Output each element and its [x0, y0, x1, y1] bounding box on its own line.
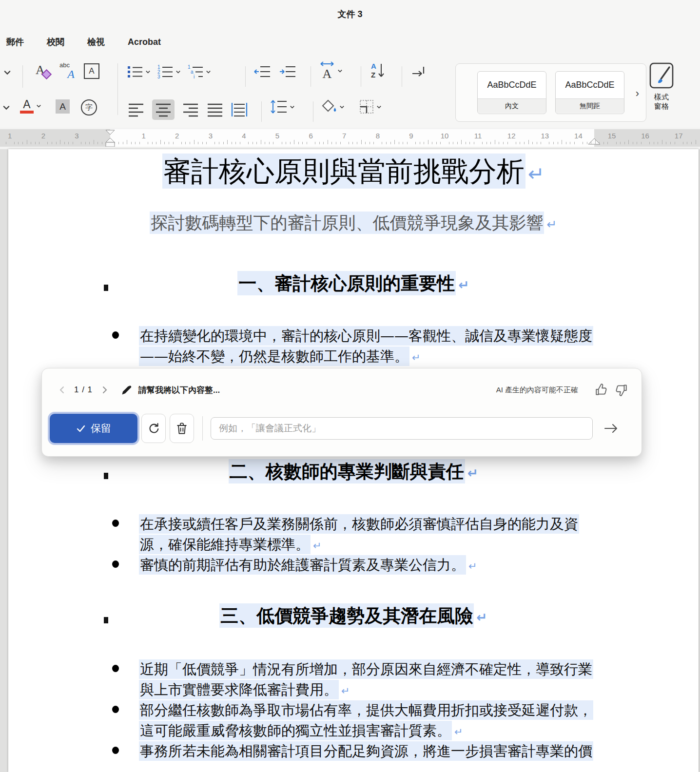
send-arrow-icon[interactable] — [603, 423, 619, 434]
ruler-number: 5 — [275, 132, 279, 140]
font-group-overflow[interactable] — [3, 68, 12, 77]
bullet-marker — [112, 665, 119, 672]
clear-formatting-icon: A — [35, 63, 51, 79]
character-scaling-icon: A — [319, 61, 335, 80]
justify-button[interactable] — [207, 102, 223, 117]
character-scaling-button[interactable]: A — [319, 61, 343, 80]
bullet-list-button[interactable] — [127, 64, 151, 79]
thumbs-up-icon[interactable] — [595, 383, 608, 397]
chevron-down-icon — [337, 68, 343, 74]
svg-text:A: A — [371, 62, 376, 70]
align-center-button[interactable] — [152, 99, 175, 120]
copilot-header: 1 / 1 請幫我將以下內容整... AI 產生的內容可能不正確 — [58, 380, 628, 400]
ruler-number: 4 — [242, 132, 246, 140]
right-indent-marker[interactable] — [588, 138, 601, 147]
section-heading-3[interactable]: 三、低價競爭趨勢及其潛在風險↵ — [8, 604, 699, 629]
title-bar: 文件 3 — [0, 0, 700, 27]
ruler-number: 10 — [441, 132, 449, 140]
body-paragraph[interactable]: 近期「低價競爭」情況有所增加，部分原因來自經濟不確定性，導致行業與上市實體要求降… — [139, 659, 600, 701]
section-heading-2[interactable]: 二、核數師的專業判斷與責任↵ — [8, 460, 699, 484]
paragraph-mark: ↵ — [313, 540, 322, 552]
style-sample: AaBbCcDdE — [556, 72, 624, 98]
styles-pane-brush-icon — [648, 61, 675, 91]
ruler-number: 3 — [75, 132, 78, 140]
borders-button[interactable] — [359, 99, 382, 114]
body-paragraph[interactable]: 事務所若未能為相關審計項目分配足夠資源，將進一步損害審計專業的價 — [139, 741, 600, 761]
tab-acrobat[interactable]: Acrobat — [128, 37, 161, 47]
phonetic-guide-button[interactable]: abcA — [59, 62, 75, 80]
copilot-prompt-input[interactable] — [211, 417, 593, 440]
check-icon — [76, 424, 86, 433]
chevron-down-icon — [205, 69, 212, 75]
tab-view[interactable]: 檢視 — [87, 36, 105, 48]
shading-button[interactable] — [322, 99, 345, 114]
numbered-list-button[interactable]: 123 — [157, 64, 181, 79]
styles-pane-button[interactable]: 樣式窗格 — [644, 61, 679, 111]
enclose-characters-icon: 字 — [81, 99, 97, 116]
section-heading-1[interactable]: 一、審計核心原則的重要性↵ — [8, 272, 699, 296]
text-highlight-button[interactable]: A — [56, 99, 70, 114]
paragraph-mark: ↵ — [341, 685, 350, 697]
multilevel-list-button[interactable]: 1ai — [187, 64, 212, 79]
refresh-icon — [147, 422, 160, 435]
body-paragraph[interactable]: 在承接或續任客戶及業務關係前，核數師必須審慎評估自身的能力及資源，確保能維持專業… — [139, 514, 600, 556]
ai-disclaimer: AI 產生的內容可能不正確 — [496, 386, 578, 395]
line-spacing-icon — [270, 98, 288, 115]
svg-text:A: A — [323, 67, 332, 80]
tab-mail[interactable]: 郵件 — [6, 36, 24, 48]
tab-review[interactable]: 校閱 — [47, 36, 64, 48]
bullet-marker — [112, 706, 119, 713]
style-card-no-spacing[interactable]: AaBbCcDdE 無間距 — [555, 71, 624, 114]
character-border-button[interactable]: A — [84, 63, 99, 79]
chevron-down-icon — [339, 104, 345, 110]
chevron-right-icon[interactable] — [99, 385, 109, 395]
enclose-characters-button[interactable]: 字 — [81, 99, 97, 116]
line-spacing-button[interactable] — [270, 98, 295, 115]
discard-button[interactable] — [170, 414, 194, 443]
sort-button[interactable]: A Z — [369, 61, 385, 79]
document-title-line[interactable]: 審計核心原則與當前挑戰分析↵ — [8, 151, 699, 194]
ruler-number: 14 — [574, 132, 583, 140]
clear-formatting-button[interactable]: A — [35, 63, 51, 79]
show-formatting-marks-button[interactable] — [410, 63, 426, 79]
ruler-number: 13 — [541, 132, 549, 140]
ruler-number: 8 — [376, 132, 380, 140]
indent-markers[interactable] — [103, 130, 117, 147]
increase-indent-button[interactable] — [279, 64, 296, 79]
body-paragraph[interactable]: 部分繼任核數師為爭取市場佔有率，提供大幅費用折扣或接受延遲付款，這可能嚴重威脅核… — [139, 700, 600, 742]
style-card-body[interactable]: AaBbCcDdE 內文 — [477, 71, 546, 114]
ruler-number: 3 — [209, 132, 213, 140]
svg-text:i: i — [194, 74, 194, 79]
ribbon-tabs: 郵件 校閱 檢視 Acrobat — [0, 28, 700, 56]
multilevel-list-icon: 1ai — [187, 64, 204, 79]
align-right-button[interactable] — [182, 102, 199, 117]
chevron-down-icon — [3, 68, 12, 77]
document-subtitle-line[interactable]: 探討數碼轉型下的審計原則、低價競爭現象及其影響↵ — [8, 211, 699, 237]
ruler-number: 17 — [675, 132, 683, 140]
styles-more-chevron[interactable]: › — [636, 87, 639, 100]
body-paragraph[interactable]: 在持續變化的環境中，審計的核心原則——客觀性、誠信及專業懷疑態度——始終不變，仍… — [139, 326, 600, 368]
ruler-number: 2 — [41, 132, 45, 140]
trash-icon — [176, 422, 188, 435]
ruler-number: 9 — [409, 132, 413, 140]
document-page[interactable]: 審計核心原則與當前挑戰分析↵ 探討數碼轉型下的審計原則、低價競爭現象及其影響↵ … — [8, 149, 699, 772]
bullet-marker — [112, 747, 119, 754]
chevron-left-icon[interactable] — [58, 385, 67, 395]
paragraph-mark: ↵ — [468, 560, 477, 572]
font-group-overflow-2[interactable] — [2, 103, 11, 112]
paragraph-mark: ↵ — [412, 352, 421, 364]
keep-button[interactable]: 保留 — [50, 414, 137, 443]
ruler-number: 7 — [342, 132, 346, 140]
align-left-button[interactable] — [128, 102, 144, 117]
regenerate-button[interactable] — [141, 414, 166, 443]
chevron-down-icon — [2, 103, 11, 112]
font-color-button[interactable]: A — [19, 98, 42, 114]
distribute-text-button[interactable] — [231, 102, 248, 117]
decrease-indent-button[interactable] — [253, 64, 271, 79]
justify-icon — [207, 102, 223, 117]
chevron-down-icon — [145, 69, 151, 75]
body-paragraph[interactable]: 審慎的前期評估有助於維護審計質素及專業公信力。↵ — [139, 555, 600, 577]
divider — [245, 66, 246, 87]
thumbs-down-icon[interactable] — [614, 383, 628, 397]
character-border-icon: A — [84, 63, 99, 79]
